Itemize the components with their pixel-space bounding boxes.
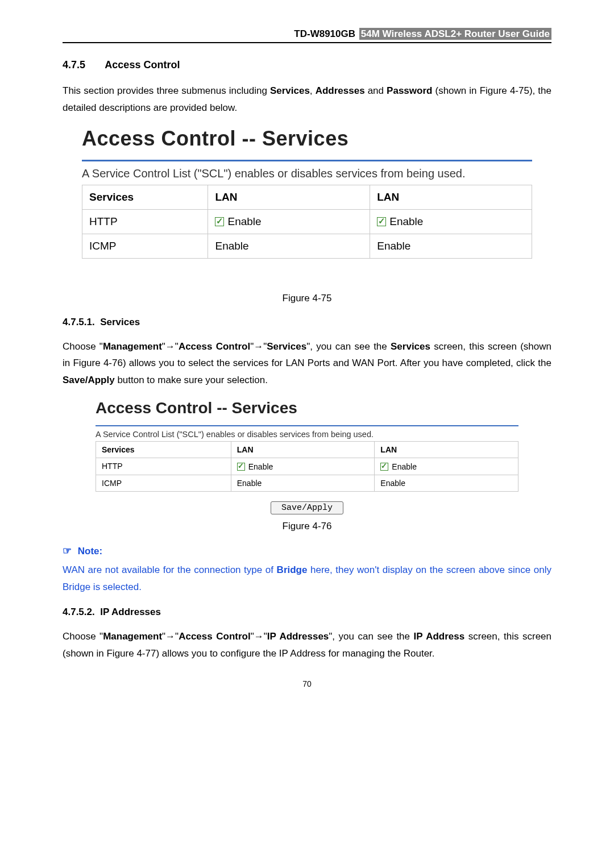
pointing-hand-icon: ☞ [63, 545, 72, 556]
fig2-title: Access Control -- Services [96, 399, 518, 417]
table-row: HTTP Enable Enable [82, 209, 532, 234]
txt: ", you can see the [306, 341, 391, 352]
checkbox-icon[interactable] [215, 217, 224, 226]
nav-management: Management [103, 631, 162, 642]
page-header: TD-W8910GB 54M Wireless ADSL2+ Router Us… [63, 28, 551, 43]
intro-sep: , [310, 85, 316, 96]
txt: Choose " [63, 341, 103, 352]
fig2-caption: Figure 4-76 [63, 521, 551, 532]
checkbox-icon[interactable] [380, 463, 388, 471]
table-row: ICMP Enable Enable [96, 475, 518, 491]
lan1-cell: Enable [231, 458, 375, 475]
col-services: Services [96, 441, 231, 458]
intro-password: Password [387, 85, 432, 96]
subsection-4-7-5-1: 4.7.5.1. Services [63, 317, 551, 328]
header-title: 54M Wireless ADSL2+ Router User Guide [359, 28, 551, 40]
note-heading: ☞ Note: [63, 545, 551, 557]
enable-label: Enable [237, 479, 262, 488]
fig1-divider [82, 160, 532, 161]
save-apply-button[interactable]: Save/Apply [271, 501, 343, 514]
enable-label: Enable [215, 240, 248, 252]
arrow-icon: "→" [251, 631, 267, 642]
lan2-cell: Enable [370, 234, 532, 258]
section-number: 4.7.5 [63, 59, 102, 71]
nav-ip-addresses: IP Addresses [267, 631, 329, 642]
lan1-cell: Enable [208, 209, 370, 234]
txt: ", you can see the [329, 631, 413, 642]
enable-label: Enable [227, 215, 261, 227]
sub2-number: 4.7.5.2. [63, 607, 95, 617]
checkbox-icon[interactable] [377, 217, 386, 226]
lan2-cell: Enable [375, 475, 518, 491]
arrow-icon: "→" [250, 341, 267, 352]
fig1-table: Services LAN LAN HTTP Enable Enable ICMP… [82, 185, 532, 259]
intro-addresses: Addresses [316, 85, 365, 96]
bold-save-apply: Save/Apply [63, 375, 115, 385]
section-intro: This section provides three submenus inc… [63, 82, 551, 117]
col-lan2: LAN [375, 441, 518, 458]
nav-access-control: Access Control [179, 631, 251, 642]
enable-label: Enable [377, 240, 410, 252]
figure-4-76: Access Control -- Services A Service Con… [63, 399, 551, 513]
enable-label: Enable [380, 479, 405, 488]
fig2-divider [96, 425, 518, 426]
figure-4-75: Access Control -- Services A Service Con… [63, 127, 551, 259]
txt: button to make sure your selection. [115, 375, 268, 385]
fig2-description: A Service Control List ("SCL") enables o… [96, 430, 518, 439]
arrow-icon: "→" [162, 341, 179, 352]
table-header-row: Services LAN LAN [96, 441, 518, 458]
sub1-title: Services [100, 317, 140, 327]
col-lan1: LAN [208, 185, 370, 209]
sub2-title: IP Addresses [100, 607, 161, 617]
lan1-cell: Enable [231, 475, 375, 491]
header-model: TD-W8910GB [294, 28, 355, 39]
note-body: WAN are not available for the connection… [63, 562, 551, 596]
txt: Choose " [63, 631, 103, 642]
nav-management: Management [103, 341, 162, 352]
sub2-paragraph: Choose "Management"→"Access Control"→"IP… [63, 628, 551, 662]
intro-services: Services [270, 85, 310, 96]
note-text: WAN are not available for the connection… [63, 564, 277, 575]
fig1-caption: Figure 4-75 [63, 293, 551, 304]
nav-services: Services [267, 341, 306, 352]
svc-cell: ICMP [82, 234, 208, 258]
bold-ip-address: IP Address [414, 631, 465, 642]
nav-access-control: Access Control [179, 341, 250, 352]
table-header-row: Services LAN LAN [82, 185, 532, 209]
sub1-number: 4.7.5.1. [63, 317, 95, 327]
note-label: Note: [78, 546, 102, 556]
bold-services: Services [391, 341, 430, 352]
svc-cell: HTTP [82, 209, 208, 234]
svc-cell: ICMP [96, 475, 231, 491]
lan1-cell: Enable [208, 234, 370, 258]
table-row: HTTP Enable Enable [96, 458, 518, 475]
enable-label: Enable [248, 462, 273, 471]
page-number: 70 [63, 679, 551, 688]
col-lan1: LAN [231, 441, 375, 458]
note-bridge: Bridge [277, 564, 308, 575]
col-services: Services [82, 185, 208, 209]
arrow-icon: "→" [162, 631, 179, 642]
table-row: ICMP Enable Enable [82, 234, 532, 258]
enable-label: Enable [389, 215, 423, 227]
intro-sep2: and [365, 85, 387, 96]
fig2-button-row: Save/Apply [96, 502, 518, 513]
checkbox-icon[interactable] [237, 463, 245, 471]
section-heading-4-7-5: 4.7.5 Access Control [63, 59, 551, 71]
col-lan2: LAN [370, 185, 532, 209]
subsection-4-7-5-2: 4.7.5.2. IP Addresses [63, 607, 551, 618]
lan2-cell: Enable [370, 209, 532, 234]
svc-cell: HTTP [96, 458, 231, 475]
fig1-title: Access Control -- Services [82, 127, 532, 151]
sub1-paragraph: Choose "Management"→"Access Control"→"Se… [63, 338, 551, 389]
fig2-table: Services LAN LAN HTTP Enable Enable ICMP… [96, 441, 518, 492]
enable-label: Enable [392, 462, 417, 471]
section-title: Access Control [105, 59, 180, 70]
intro-text: This section provides three submenus inc… [63, 85, 270, 96]
fig1-description: A Service Control List ("SCL") enables o… [82, 167, 532, 180]
lan2-cell: Enable [375, 458, 518, 475]
